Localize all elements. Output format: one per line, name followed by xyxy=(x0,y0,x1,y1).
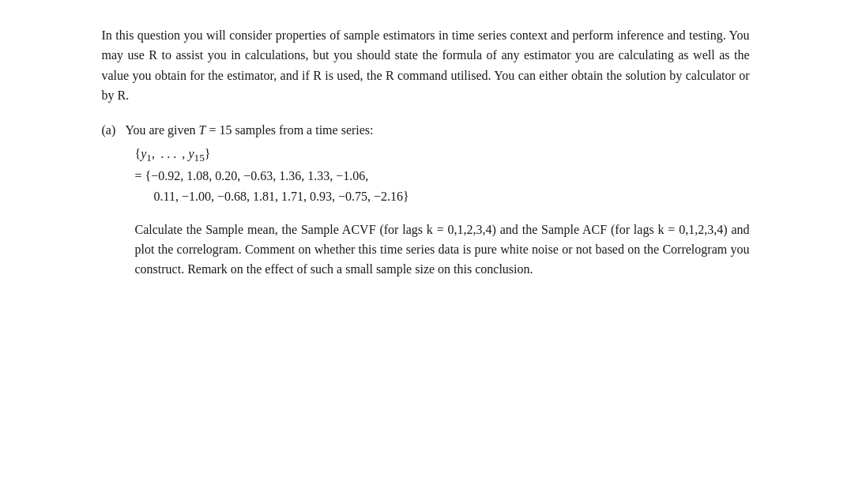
part-a-header: (a) You are given T = 15 samples from a … xyxy=(102,121,750,141)
series-eq-line1: = {−0.92, 1.08, 0.20, −0.63, 1.36, 1.33,… xyxy=(135,166,750,186)
part-a-label: (a) xyxy=(102,121,121,141)
page-content: In this question you will consider prope… xyxy=(102,25,750,290)
series-block: {y1, . . . , y15} = {−0.92, 1.08, 0.20, … xyxy=(135,144,750,207)
series-set-line: {y1, . . . , y15} xyxy=(135,144,750,167)
intro-paragraph: In this question you will consider prope… xyxy=(102,25,750,105)
part-a-sub-paragraph: Calculate the Sample mean, the Sample AC… xyxy=(135,220,750,280)
part-a-intro: You are given T = 15 samples from a time… xyxy=(126,121,374,141)
part-a: (a) You are given T = 15 samples from a … xyxy=(102,121,750,279)
series-eq-line2: 0.11, −1.00, −0.68, 1.81, 1.71, 0.93, −0… xyxy=(154,186,750,207)
